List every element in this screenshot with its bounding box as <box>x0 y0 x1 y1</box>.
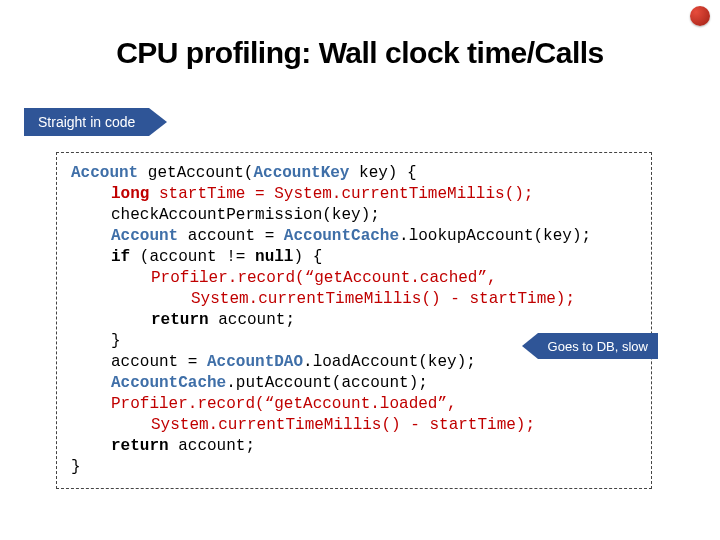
chevron-left-icon <box>522 333 538 359</box>
code-token: AccountCache <box>111 374 226 392</box>
code-token: Profiler.record(“getAccount.loaded”, <box>111 395 457 413</box>
code-token: return <box>111 437 169 455</box>
code-token: Account <box>111 227 178 245</box>
code-snippet: Account getAccount(AccountKey key) { lon… <box>56 152 652 489</box>
code-token: startTime = System.currentTimeMillis(); <box>149 185 533 203</box>
slide-title: CPU profiling: Wall clock time/Calls <box>0 36 720 70</box>
code-token: account; <box>169 437 255 455</box>
code-token: Profiler.record(“getAccount.cached”, <box>151 269 497 287</box>
code-token: long <box>111 185 149 203</box>
code-token: System.currentTimeMillis() - startTime); <box>191 290 575 308</box>
code-token: .lookupAccount(key); <box>399 227 591 245</box>
code-token: null <box>255 248 293 266</box>
code-token: AccountKey <box>253 164 349 182</box>
code-token: return <box>151 311 209 329</box>
code-token: checkAccountPermission(key); <box>111 205 380 226</box>
code-token: .loadAccount(key); <box>303 353 476 371</box>
code-token: AccountDAO <box>207 353 303 371</box>
code-token: AccountCache <box>284 227 399 245</box>
callout-left-label: Straight in code <box>24 108 149 136</box>
logo-icon <box>690 6 710 26</box>
code-token: account = <box>111 353 207 371</box>
code-token: account; <box>209 311 295 329</box>
callout-left: Straight in code <box>24 108 167 136</box>
code-token: account = <box>178 227 284 245</box>
code-token: (account != <box>130 248 255 266</box>
code-token: } <box>111 331 121 352</box>
code-token: } <box>71 458 81 476</box>
chevron-right-icon <box>149 108 167 136</box>
code-token: Account <box>71 164 138 182</box>
code-token: if <box>111 248 130 266</box>
callout-right: Goes to DB, slow <box>522 333 658 359</box>
code-token: key) { <box>349 164 416 182</box>
callout-right-label: Goes to DB, slow <box>538 333 658 359</box>
code-token: getAccount( <box>138 164 253 182</box>
code-token: System.currentTimeMillis() - startTime); <box>151 416 535 434</box>
code-token: ) { <box>293 248 322 266</box>
code-token: .putAccount(account); <box>226 374 428 392</box>
